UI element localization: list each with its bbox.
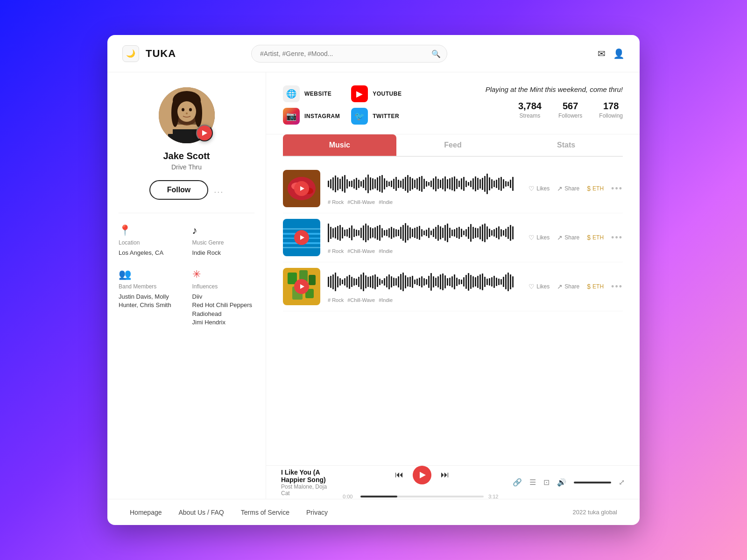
eth-button[interactable]: $ ETH: [587, 283, 604, 290]
waveform-bar: [374, 179, 376, 189]
share-button[interactable]: ↗ Share: [557, 185, 579, 192]
track-actions: ♡ Likes ↗ Share $ ETH •••: [529, 233, 623, 243]
avatar-play-button[interactable]: [196, 125, 213, 141]
waveform-bar: [475, 277, 476, 287]
waveform-bar: [489, 278, 490, 286]
youtube-link[interactable]: ▶ YOUTUBE: [351, 85, 408, 102]
waveform-bar: [395, 177, 397, 190]
waveform-bar: [393, 179, 395, 189]
waveform-bar: [370, 177, 371, 191]
waveform-bar: [477, 178, 479, 190]
likes-button[interactable]: ♡ Likes: [529, 283, 550, 290]
track-tag: # Rock: [328, 248, 344, 254]
waveform-bar: [482, 178, 483, 190]
tab-stats[interactable]: Stats: [509, 134, 623, 156]
track-more-button[interactable]: •••: [611, 184, 623, 194]
followers-label: Followers: [558, 112, 582, 119]
sidebar-divider: [119, 213, 254, 213]
youtube-label: YOUTUBE: [373, 91, 402, 97]
waveform-bar: [451, 230, 453, 236]
waveform-bar: [486, 279, 488, 285]
twitter-link[interactable]: 🐦 TWITTER: [351, 108, 408, 125]
link-icon[interactable]: 🔗: [513, 478, 522, 487]
track-play-button[interactable]: [294, 181, 309, 196]
waveform-bar: [486, 174, 488, 194]
progress-bar[interactable]: [360, 496, 484, 497]
waveform-bar: [503, 277, 504, 287]
eth-icon: $: [587, 234, 591, 241]
eth-button[interactable]: $ ETH: [587, 234, 604, 241]
player-play-button[interactable]: [413, 466, 431, 484]
waveform-bar: [360, 181, 362, 187]
track-tag: #Indie: [379, 199, 393, 205]
theme-toggle-button[interactable]: 🌙: [122, 45, 139, 62]
waveform-bar: [400, 181, 402, 188]
waveform-bar: [339, 179, 341, 189]
instagram-link[interactable]: 📷 INSTAGRAM: [283, 108, 340, 125]
waveform-bar: [449, 178, 451, 189]
footer-link[interactable]: Homepage: [130, 509, 162, 516]
volume-icon[interactable]: 🔊: [557, 478, 566, 487]
track-more-button[interactable]: •••: [611, 282, 623, 292]
waveform-bar: [342, 227, 343, 238]
waveform-bar: [454, 176, 455, 191]
player-bar: I Like You (A Happier Song) Post Malone,…: [266, 465, 640, 499]
waveform-bar: [372, 275, 374, 288]
track-more-button[interactable]: •••: [611, 233, 623, 243]
mail-button[interactable]: ✉: [598, 48, 606, 59]
player-track-info: I Like You (A Happier Song) Post Malone,…: [281, 469, 331, 497]
eth-button[interactable]: $ ETH: [587, 185, 604, 192]
share-button[interactable]: ↗ Share: [557, 234, 579, 241]
waveform-bar: [351, 225, 352, 240]
skip-back-button[interactable]: ⏮: [395, 470, 403, 480]
waveform-bar: [428, 228, 430, 238]
waveform-bar: [463, 277, 465, 286]
waveform-bar: [470, 275, 472, 289]
waveform-bar: [493, 229, 495, 237]
waveform-bar: [330, 227, 331, 238]
volume-slider[interactable]: [574, 482, 611, 483]
eth-icon: $: [587, 283, 591, 290]
band-members-icon: 👥: [119, 268, 131, 280]
waveform-bar: [381, 175, 383, 192]
pip-icon[interactable]: ⊡: [543, 478, 550, 487]
instagram-icon: 📷: [283, 108, 300, 125]
list-icon[interactable]: ☰: [529, 478, 536, 487]
footer-link[interactable]: Terms of Service: [241, 509, 289, 516]
waveform-bar: [444, 176, 446, 191]
waveform-bar: [356, 178, 357, 190]
likes-button[interactable]: ♡ Likes: [529, 234, 550, 241]
waveform-bar: [386, 181, 388, 188]
follow-button[interactable]: Follow: [149, 180, 209, 200]
waveform-bar: [493, 181, 495, 187]
footer-link[interactable]: Privacy: [306, 509, 328, 516]
app-logo: TUKA: [146, 48, 176, 60]
waveform-bar: [379, 279, 381, 285]
website-link[interactable]: 🌐 WEBSITE: [283, 85, 340, 102]
waveform-bar: [463, 231, 465, 235]
user-button[interactable]: 👤: [613, 48, 625, 59]
waveform-bar: [384, 278, 385, 286]
track-actions: ♡ Likes ↗ Share $ ETH •••: [529, 282, 623, 292]
footer-link[interactable]: About Us / FAQ: [179, 509, 224, 516]
expand-icon[interactable]: ⤢: [619, 478, 625, 487]
waveform-bar: [409, 227, 411, 238]
track-play-button[interactable]: [294, 279, 309, 294]
search-input[interactable]: [251, 45, 447, 63]
share-icon: ↗: [557, 185, 563, 192]
share-button[interactable]: ↗ Share: [557, 283, 579, 290]
tabs-row: Music Feed Stats: [283, 134, 623, 157]
waveform-bar: [454, 229, 455, 237]
waveform-bar: [456, 278, 458, 286]
more-options-button[interactable]: ...: [214, 185, 224, 195]
track-play-button[interactable]: [294, 230, 309, 245]
tab-feed[interactable]: Feed: [396, 134, 510, 156]
waveform-bar: [456, 228, 458, 238]
waveform-bar: [468, 273, 469, 291]
waveform-bar: [421, 229, 423, 237]
likes-button[interactable]: ♡ Likes: [529, 185, 550, 192]
waveform-bar: [423, 179, 425, 189]
music-list: # Rock#Chill-Wave#Indie ♡ Likes ↗ Share …: [266, 157, 640, 465]
tab-music[interactable]: Music: [283, 134, 396, 156]
skip-forward-button[interactable]: ⏭: [441, 470, 449, 480]
